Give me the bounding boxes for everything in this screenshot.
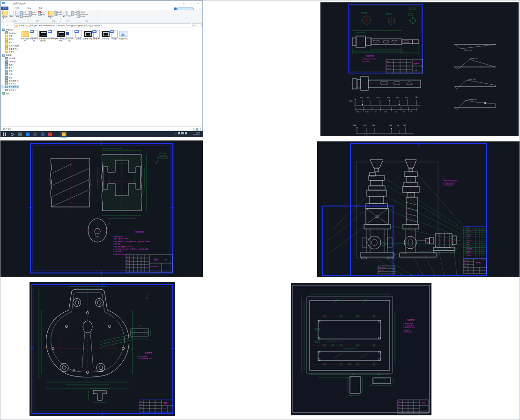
svg-text:5.未注尺寸公差按GB/T1804-m。: 5.未注尺寸公差按GB/T1804-m。 [113, 246, 134, 248]
file-tile[interactable]: 传动轴零件图 [30, 30, 38, 42]
cortana-search-icon[interactable] [11, 133, 14, 136]
dimension-lines [39, 287, 149, 388]
taskbar-app-icon[interactable] [18, 133, 22, 136]
file-tile[interactable]: 传动轴零件图.dwg [38, 30, 47, 42]
tray-expand-icon[interactable]: ▴ [175, 132, 176, 134]
svg-text:校核: 校核 [139, 404, 142, 405]
taskbar-app-icon[interactable] [33, 133, 37, 136]
sidebar-item-drive-c[interactable]: 本地磁盘 (C:) [1, 79, 19, 82]
rename-button[interactable]: 重命名 [38, 14, 45, 16]
collapse-ribbon-icon[interactable]: ▾ [200, 7, 201, 9]
edge-icon[interactable] [26, 133, 30, 136]
file-tile[interactable]: 蜗轮蜗杆图 [47, 30, 56, 42]
svg-text:ZCuSn10Pb1: ZCuSn10Pb1 [150, 265, 158, 267]
sidebar-item-pc-downloads[interactable]: 下载 [1, 73, 19, 76]
word-icon[interactable] [41, 133, 45, 136]
folder-icon [5, 51, 8, 53]
network-tray-icon[interactable] [181, 132, 184, 134]
file-explorer-icon[interactable] [62, 133, 66, 136]
invert-selection-button[interactable]: 反向选择 [77, 15, 88, 18]
file-tile[interactable]: 机架图.dwg [119, 30, 127, 42]
sidebar-item-pc-desktop[interactable]: Desktop [1, 60, 19, 63]
show-desktop-button[interactable] [202, 131, 203, 137]
ime-icon[interactable] [185, 132, 187, 134]
svg-text:121: 121 [394, 111, 397, 113]
taskbar-clock[interactable]: 10:26 2021/8/27 [193, 132, 200, 136]
file-tile[interactable]: 设计说明书(终) [65, 30, 74, 42]
forward-icon[interactable]: → [6, 23, 8, 26]
paste-button[interactable]: 粘贴 [14, 11, 21, 17]
sidebar-item-fonts[interactable]: 字体包 [1, 51, 19, 54]
bottom-detail-view [89, 389, 108, 403]
breadcrumb[interactable]: 此电脑 › 学习资料 (E:) › 用户 › Administrator › D… [19, 24, 102, 27]
sidebar-item-newfolder[interactable]: 新建文件夹 [1, 47, 19, 51]
svg-text:3.不得有渗漏现象。: 3.不得有渗漏现象。 [443, 184, 455, 186]
taskbar-app-icon[interactable] [48, 133, 52, 136]
pin-quick-access-button[interactable]: 固定到快速访问 [1, 11, 8, 19]
tab-share[interactable]: 共享 [25, 7, 33, 10]
moment-diagrams: 104573 N·mm 62799 N·mm 93232 N·mm 120940… [454, 44, 496, 110]
svg-text:104573 N·mm: 104573 N·mm [464, 50, 472, 51]
sidebar-item-drive-d[interactable]: 软件 (D:) [1, 82, 19, 86]
file-tile[interactable]: 箱盖.dwg [101, 30, 110, 42]
address-bar[interactable]: 此电脑 › 学习资料 (E:) › 用户 › Administrator › D… [14, 23, 191, 28]
minimize-button[interactable]: – [180, 1, 187, 6]
sidebar-item-drive-e-selected[interactable]: 学习资料 (E:) [1, 85, 19, 88]
back-icon[interactable]: ← [2, 23, 5, 26]
tab-home[interactable]: 主页 [13, 7, 21, 10]
svg-text:注:: 注: [443, 177, 445, 179]
file-tile[interactable]: 蜗轮蜗杆图.dwg [56, 30, 65, 42]
search-input[interactable]: 搜索 [192, 23, 202, 27]
sidebar-item-pc-pictures[interactable]: 图片 [1, 66, 19, 70]
sidebar-item-drive-f[interactable]: 文档 (F:) [1, 88, 19, 92]
sidebar-item-documents[interactable]: 文档✦ [1, 37, 19, 41]
assembly-note: 注: 1.安装后用手转动应灵活。 2.空载试运转2小时。 3.不得有渗漏现象。 [443, 177, 459, 186]
volume-icon[interactable] [178, 132, 180, 134]
sidebar-network[interactable]: 网络 [1, 92, 19, 95]
svg-text:22: 22 [403, 111, 405, 113]
title-bar[interactable]: ▾ 分离式绞肉机 – □ × [1, 1, 202, 7]
file-tile[interactable]: 装配图-A1 [92, 30, 101, 42]
sidebar-quick-access[interactable]: 快速访问 [1, 28, 19, 31]
copy-button[interactable]: 复制 [8, 11, 15, 17]
sidebar-this-pc[interactable]: 此电脑 [1, 53, 19, 57]
close-button[interactable]: × [194, 1, 201, 6]
maximize-button[interactable]: □ [187, 1, 194, 6]
shaft-section-views [361, 8, 416, 26]
sidebar-item-pc-documents[interactable]: 文档 [1, 69, 19, 73]
tab-file[interactable]: 文件 [1, 7, 8, 10]
sidebar-item-music[interactable]: 音乐 [1, 76, 19, 79]
svg-text:校核: 校核 [126, 260, 129, 261]
tab-view[interactable]: 查看 [37, 7, 44, 10]
documents-icon [5, 38, 8, 41]
folder-mini-icon [15, 25, 18, 27]
cloud-icon[interactable] [174, 7, 177, 10]
sidebar-item-downloads[interactable]: 下载✦ [1, 35, 19, 38]
sidebar-item-videos[interactable]: 视频 [1, 63, 19, 66]
side-section-view [131, 326, 150, 339]
new-folder-button[interactable]: 新建文件夹 [47, 11, 54, 19]
svg-text:45: 45 [375, 111, 377, 113]
file-tile[interactable]: 装配图 [74, 30, 83, 42]
file-tile[interactable]: 装配图.dwg [83, 30, 92, 42]
qat-customize-icon[interactable]: ▾ [6, 2, 7, 4]
copy-to-button[interactable]: 复制到 [29, 14, 36, 16]
assembly-drawing-canvas: 注: 1.安装后用手转动应灵活。 2.空载试运转2小时。 3.不得有渗漏现象。 … [317, 141, 520, 277]
sidebar-item-desktop[interactable]: Desktop✦ [1, 31, 19, 35]
svg-text:Fv7: Fv7 [405, 97, 408, 99]
file-tile[interactable]: 分离式绞肉机 [21, 30, 30, 42]
svg-text:比例 1:5: 比例 1:5 [379, 270, 385, 272]
sidebar-item-project[interactable]: 分离式绞肉机 [1, 44, 19, 47]
svg-text:4.焊后校平。: 4.焊后校平。 [403, 329, 411, 331]
sidebar-item-3d-objects[interactable]: 3D 对象 [1, 57, 19, 60]
file-tile[interactable]: 机架图 [110, 30, 119, 42]
quick-access-toolbar[interactable]: ▾ [2, 2, 7, 4]
start-button[interactable] [3, 133, 6, 136]
leader-lines [329, 174, 462, 276]
details-view-icon[interactable] [193, 128, 197, 131]
sidebar-item-pictures[interactable]: 图片✦ [1, 41, 19, 44]
ribbon-group-new: 新建文件夹 新建项目 轻松访问 新建 [47, 10, 61, 22]
ribbon-group-organize: 移动到 复制到 删除 重命名 组织 [28, 10, 47, 22]
up-icon[interactable]: ↑ [10, 23, 12, 26]
large-icons-view-icon[interactable] [197, 128, 201, 131]
